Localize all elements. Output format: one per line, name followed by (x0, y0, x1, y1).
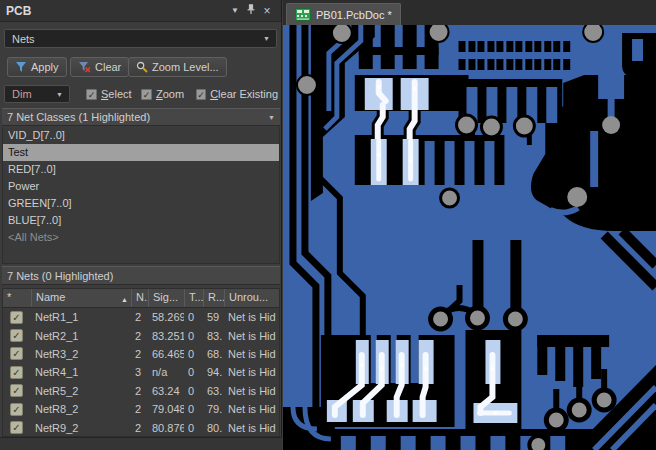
net-enabled-checkbox[interactable]: ✓ (10, 347, 23, 360)
panel-view-selector-value: Nets (12, 33, 35, 45)
net-class-item[interactable]: GREEN[7..0] (3, 195, 279, 212)
net-routed: 68. (203, 348, 224, 360)
zoom-level-button-label: Zoom Level... (152, 61, 219, 73)
column-header-unrouted[interactable]: Unrou... (224, 289, 279, 307)
panel-footer (0, 437, 282, 450)
net-enabled-checkbox[interactable]: ✓ (10, 403, 23, 416)
document-tab-bar: PB01.PcbDoc * (283, 0, 656, 25)
net-unrouted: Net is Hid (224, 348, 279, 360)
pin-icon[interactable] (243, 4, 259, 17)
column-header-routed[interactable]: R... (203, 289, 224, 307)
net-name: NetR4_1 (31, 366, 131, 378)
net-enabled-checkbox[interactable]: ✓ (10, 421, 23, 434)
filter-clear-icon (78, 61, 91, 73)
apply-button[interactable]: Apply (7, 57, 67, 77)
net-class-item[interactable]: RED[7..0] (3, 161, 279, 178)
net-name: NetR3_2 (31, 348, 131, 360)
table-row[interactable]: ✓ NetR5_2 2 63.24 0 63. Net is Hid (3, 382, 279, 400)
net-t-value: 0 (184, 348, 203, 360)
net-nodes: 2 (131, 330, 148, 342)
net-routed: 83. (203, 330, 224, 342)
net-routed: 63. (203, 385, 224, 397)
net-class-item[interactable]: VID_D[7..0] (3, 127, 279, 144)
net-enabled-checkbox[interactable]: ✓ (10, 329, 23, 342)
net-unrouted: Net is Hid (224, 385, 279, 397)
select-checkbox-row: ✓ Select (86, 85, 132, 103)
net-nodes: 2 (131, 348, 148, 360)
mask-mode-dropdown[interactable]: Dim ▼ (4, 85, 70, 103)
clear-existing-checkbox-label: Clear Existing (210, 88, 278, 100)
zoom-level-button[interactable]: Zoom Level... (128, 57, 227, 77)
pcb-canvas[interactable] (283, 25, 656, 450)
net-enabled-checkbox[interactable]: ✓ (10, 384, 23, 397)
select-checkbox-label: Select (101, 88, 132, 100)
nets-section-header[interactable]: 7 Nets (0 Highlighted) (2, 266, 280, 285)
net-t-value: 0 (184, 422, 203, 434)
net-name: NetR2_1 (31, 330, 131, 342)
column-header-name-label: Name (36, 291, 65, 307)
net-unrouted: Net is Hid (224, 311, 279, 323)
net-name: NetR5_2 (31, 385, 131, 397)
net-t-value: 0 (184, 385, 203, 397)
net-class-item-all-nets[interactable]: <All Nets> (3, 229, 279, 246)
nets-section-header-label: 7 Nets (0 Highlighted) (7, 270, 113, 282)
net-t-value: 0 (184, 311, 203, 323)
net-class-item[interactable]: Power (3, 178, 279, 195)
zoom-checkbox[interactable]: ✓ (141, 89, 152, 100)
net-t-value: 0 (184, 366, 203, 378)
table-row[interactable]: ✓ NetR3_2 2 66.465 0 68. Net is Hid (3, 345, 279, 363)
net-signal-length: 83.251 (148, 330, 184, 342)
net-signal-length: n/a (148, 366, 184, 378)
net-enabled-checkbox[interactable]: ✓ (10, 366, 23, 379)
select-checkbox[interactable]: ✓ (86, 89, 97, 100)
net-signal-length: 58.269 (148, 311, 184, 323)
table-row[interactable]: ✓ NetR4_1 3 n/a 0 94. Net is Hid (3, 363, 279, 381)
net-routed: 80. (203, 422, 224, 434)
column-header-nodes[interactable]: N.. (131, 289, 148, 307)
net-enabled-checkbox[interactable]: ✓ (10, 311, 23, 324)
net-class-item[interactable]: BLUE[7..0] (3, 212, 279, 229)
column-header-name[interactable]: Name▲ (31, 289, 131, 307)
pcb-panel: PCB ▼ × Nets ▼ Apply Clear Zoom Level...… (0, 0, 282, 450)
column-header-t[interactable]: T... (184, 289, 203, 307)
table-row[interactable]: ✓ NetR2_1 2 83.251 0 83. Net is Hid (3, 326, 279, 344)
panel-view-selector[interactable]: Nets ▼ (4, 29, 277, 48)
document-tab[interactable]: PB01.PcbDoc * (286, 3, 401, 25)
net-unrouted: Net is Hid (224, 403, 279, 415)
net-class-list: VID_D[7..0] Test RED[7..0] Power GREEN[7… (2, 127, 280, 264)
net-nodes: 2 (131, 422, 148, 434)
net-nodes: 2 (131, 385, 148, 397)
panel-header: PCB ▼ × (0, 0, 281, 22)
mask-mode-value: Dim (12, 88, 32, 100)
panel-title: PCB (6, 4, 227, 18)
clear-button[interactable]: Clear (70, 57, 129, 77)
clear-existing-checkbox-row: ✓ Clear Existing (196, 85, 278, 103)
panel-menu-icon[interactable]: ▼ (227, 6, 243, 15)
table-row[interactable]: ✓ NetR1_1 2 58.269 0 59 Net is Hid (3, 308, 279, 326)
clear-existing-checkbox[interactable]: ✓ (196, 89, 206, 100)
net-routed: 79. (203, 403, 224, 415)
column-header-select[interactable]: * (3, 289, 31, 307)
net-t-value: 0 (184, 403, 203, 415)
net-name: NetR9_2 (31, 422, 131, 434)
net-classes-header[interactable]: 7 Net Classes (1 Highlighted) ▼ (2, 108, 280, 126)
sort-ascending-icon: ▲ (121, 296, 128, 303)
close-icon[interactable]: × (259, 6, 275, 16)
net-unrouted: Net is Hid (224, 366, 279, 378)
net-nodes: 2 (131, 403, 148, 415)
net-signal-length: 79.048 (148, 403, 184, 415)
net-name: NetR1_1 (31, 311, 131, 323)
column-header-signal[interactable]: Sig... (148, 289, 184, 307)
application-window: PCB ▼ × Nets ▼ Apply Clear Zoom Level...… (0, 0, 656, 450)
table-row[interactable]: ✓ NetR8_2 2 79.048 0 79. Net is Hid (3, 400, 279, 418)
net-unrouted: Net is Hid (224, 422, 279, 434)
pcb-document-icon (295, 8, 311, 21)
zoom-checkbox-row: ✓ Zoom (141, 85, 184, 103)
apply-button-label: Apply (31, 61, 59, 73)
net-name: NetR8_2 (31, 403, 131, 415)
net-class-item-selected[interactable]: Test (3, 144, 279, 161)
net-routed: 59 (203, 311, 224, 323)
chevron-down-icon: ▼ (263, 35, 276, 42)
table-row[interactable]: ✓ NetR9_2 2 80.876 0 80. Net is Hid (3, 418, 279, 436)
chevron-down-icon: ▼ (56, 91, 69, 98)
